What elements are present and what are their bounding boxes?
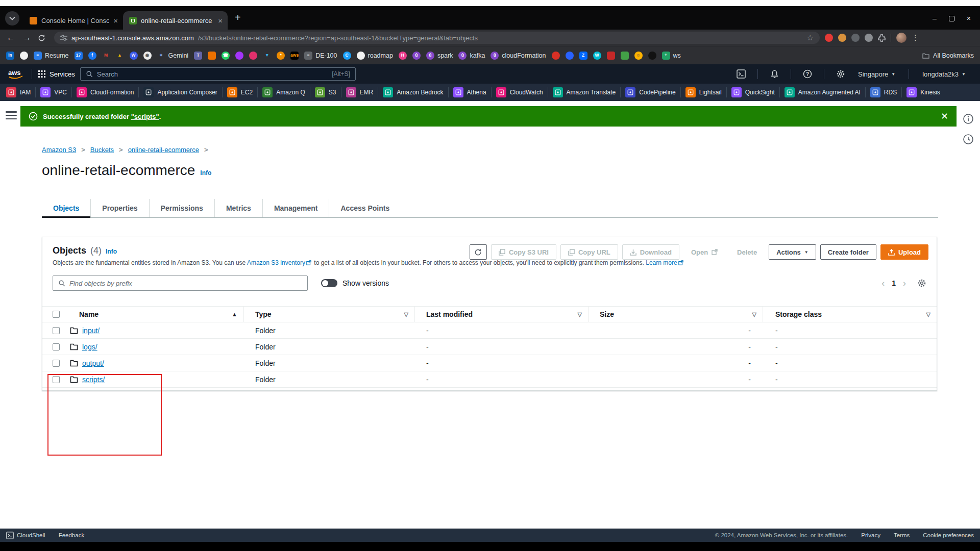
footer-link[interactable]: Privacy	[861, 532, 880, 538]
row-checkbox[interactable]	[53, 376, 60, 383]
bookmark-aws-dark[interactable]: aws	[290, 52, 299, 60]
tab-close-icon[interactable]: ×	[218, 17, 223, 24]
bookmark-google-drive[interactable]: ▲	[116, 52, 124, 60]
breadcrumb-link[interactable]: Buckets	[90, 146, 114, 154]
bookmark-de-100[interactable]: ≡ DE-100	[304, 52, 337, 60]
extension-gray2-icon[interactable]	[865, 34, 873, 42]
favorite-service-quicksight[interactable]: QuickSight	[731, 87, 780, 97]
region-selector[interactable]: Singapore ▼	[851, 70, 902, 78]
column-header-name[interactable]: Name▲	[68, 307, 244, 322]
flash-close-icon[interactable]: ✕	[941, 111, 948, 122]
row-checkbox[interactable]	[53, 360, 60, 367]
tab-close-icon[interactable]: ×	[113, 17, 118, 24]
recent-activity-button[interactable]	[963, 134, 974, 145]
bucket-tab-metrics[interactable]: Metrics	[215, 199, 263, 217]
feedback-button[interactable]: Feedback	[59, 532, 85, 538]
favorite-service-lightsail[interactable]: Lightsail	[685, 87, 727, 97]
bucket-tab-properties[interactable]: Properties	[91, 199, 149, 217]
copy-s3-uri-button[interactable]: Copy S3 URI	[491, 244, 556, 260]
row-checkbox[interactable]	[53, 343, 60, 350]
copy-url-button[interactable]: Copy URL	[560, 244, 618, 260]
object-link[interactable]: input/	[82, 327, 100, 335]
account-menu[interactable]: longdata2k3 ▼	[915, 70, 973, 78]
close-button[interactable]: ×	[967, 14, 971, 22]
object-link[interactable]: logs/	[82, 343, 97, 351]
favorite-service-emr[interactable]: EMR	[346, 87, 379, 97]
bookmark-gemini[interactable]: ✦ Gemini	[157, 52, 189, 60]
favorite-service-amazon-translate[interactable]: Amazon Translate	[553, 87, 621, 97]
bookmark-star-icon[interactable]: ☆	[807, 33, 814, 42]
favorite-service-amazon-augmented-ai[interactable]: Amazon Augmented AI	[785, 87, 866, 97]
back-button[interactable]: ←	[5, 33, 16, 42]
learn-more-link[interactable]: Learn more	[646, 259, 677, 266]
bookmark-h-app[interactable]: H	[399, 52, 407, 60]
select-all-checkbox[interactable]	[53, 311, 60, 318]
actions-dropdown[interactable]: Actions ▼	[769, 244, 816, 260]
bookmark-linkedin[interactable]: in	[6, 52, 14, 60]
show-versions-toggle[interactable]	[321, 279, 337, 287]
bookmark-orange-star[interactable]: *	[277, 52, 285, 60]
prefix-search[interactable]	[53, 276, 308, 291]
bookmark-shield-app[interactable]: ▼	[263, 52, 271, 60]
bookmark-gmail[interactable]: M	[102, 52, 110, 60]
prefix-search-input[interactable]	[69, 280, 302, 287]
favorite-service-athena[interactable]: Athena	[453, 87, 492, 97]
bucket-tab-objects[interactable]: Objects	[42, 199, 91, 217]
restore-button[interactable]	[949, 16, 954, 21]
favorite-service-application-composer[interactable]: Application Composer	[143, 87, 222, 97]
bookmark-pink-app[interactable]	[249, 52, 257, 60]
tab-search-button[interactable]	[5, 11, 19, 26]
extension-cookie-icon[interactable]	[838, 34, 846, 42]
cloudshell-button[interactable]	[731, 69, 751, 79]
favorite-service-rds[interactable]: RDS	[870, 87, 902, 97]
bookmark-c-app[interactable]: C	[343, 52, 351, 60]
address-bar[interactable]: ap-southeast-1.console.aws.amazon.com /s…	[54, 32, 820, 44]
browser-menu-icon[interactable]: ⋮	[912, 33, 919, 42]
aws-search-input[interactable]	[97, 70, 328, 78]
cloudshell-footer-button[interactable]: CloudShell	[6, 532, 45, 539]
refresh-button[interactable]	[470, 244, 487, 260]
bookmark-messenger[interactable]	[235, 52, 243, 60]
browser-tab-console-home[interactable]: Console Home | Console ×	[23, 11, 123, 30]
bookmark-flame[interactable]	[648, 52, 656, 60]
favorite-service-s3[interactable]: S3	[315, 87, 341, 97]
bookmark-github[interactable]	[20, 52, 28, 60]
delete-button[interactable]: Delete	[729, 244, 765, 260]
extension-gray-icon[interactable]	[851, 34, 860, 42]
favorite-service-cloudformation[interactable]: CloudFormation	[77, 87, 139, 97]
profile-avatar[interactable]	[896, 33, 906, 43]
browser-tab-bucket[interactable]: online-retail-ecommerce ×	[123, 11, 228, 30]
column-header-storage-class[interactable]: Storage class▽	[763, 307, 937, 322]
bookmark-maple-leaf[interactable]	[552, 52, 560, 60]
create-folder-button[interactable]: Create folder	[820, 244, 876, 260]
help-button[interactable]: ?	[797, 69, 818, 79]
download-button[interactable]: Download	[622, 244, 679, 260]
bucket-tab-access-points[interactable]: Access Points	[329, 199, 401, 217]
bookmark-zalo[interactable]: Z	[579, 52, 587, 60]
bookmark-orange-cube[interactable]	[208, 52, 216, 60]
services-menu-button[interactable]: Services	[38, 70, 75, 78]
favorite-service-kinesis[interactable]: Kinesis	[906, 87, 940, 97]
new-tab-button[interactable]: +	[235, 12, 241, 23]
page-info-link[interactable]: Info	[200, 169, 211, 177]
column-header-type[interactable]: Type▽	[244, 307, 415, 322]
next-page-button[interactable]: ›	[903, 278, 906, 289]
previous-page-button[interactable]: ‹	[881, 278, 885, 289]
bookmark-smiley[interactable]: ☺	[634, 52, 643, 60]
object-link[interactable]: output/	[82, 359, 104, 367]
bookmark-red-box[interactable]	[607, 52, 615, 60]
upload-button[interactable]: Upload	[880, 244, 928, 260]
bookmark-cloudformation-bookmark[interactable]: û cloudFormation	[491, 52, 546, 60]
bookmark-kafka[interactable]: û kafka	[458, 52, 485, 60]
bookmark-teams[interactable]: T	[194, 52, 202, 60]
bookmark-roadmap[interactable]: roadmap	[357, 52, 393, 60]
breadcrumb-link[interactable]: online-retail-ecommerce	[128, 146, 199, 154]
row-checkbox[interactable]	[53, 327, 60, 334]
bookmark-ws-sheet[interactable]: + ws	[662, 52, 681, 60]
all-bookmarks-button[interactable]: All Bookmarks	[922, 52, 974, 59]
bookmark-calendar-17[interactable]: 17	[75, 52, 83, 60]
settings-button[interactable]	[830, 69, 851, 79]
aws-logo[interactable]: aws	[7, 68, 26, 80]
bookmark-spark[interactable]: û spark	[426, 52, 453, 60]
inventory-link[interactable]: Amazon S3 inventory	[247, 259, 305, 266]
